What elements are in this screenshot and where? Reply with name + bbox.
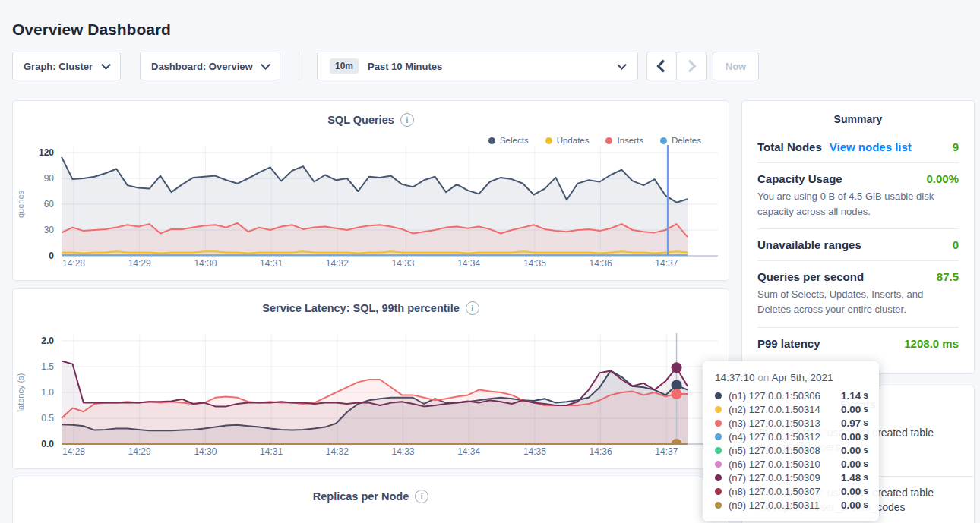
tooltip-node-unit: s [863,404,868,414]
tooltip-node-value: 0.00 [841,499,861,511]
summary-row-head: Total NodesView nodes list9 [757,140,959,153]
time-prev-button[interactable] [646,52,677,80]
svg-text:14:28: 14:28 [62,258,85,269]
summary-value: 1208.0 ms [904,337,959,350]
tooltip-node-unit: s [863,486,868,496]
chart-title-text: SQL Queries [327,114,394,126]
svg-text:14:32: 14:32 [326,446,349,457]
svg-text:14:30: 14:30 [194,258,217,269]
summary-label: Total Nodes [757,140,822,153]
summary-row-head: Queries per second87.5 [757,270,959,283]
summary-row-head: Capacity Usage0.00% [757,172,959,185]
svg-text:14:33: 14:33 [391,258,414,269]
svg-text:14:35: 14:35 [523,258,546,269]
view-nodes-list-link[interactable]: View nodes list [830,140,912,153]
summary-row: Capacity Usage0.00%You are using 0 B of … [757,162,959,228]
summary-panel: Summary Total NodesView nodes list9Capac… [741,100,975,374]
summary-label: Queries per second [757,270,864,283]
tooltip-node-label: (n8) 127.0.0.1:50307 [729,486,820,497]
svg-text:14:34: 14:34 [457,258,480,269]
svg-text:14:33: 14:33 [391,446,414,457]
summary-row: Unavailable ranges0 [757,228,959,260]
dashboard-dropdown[interactable]: Dashboard: Overview [140,52,280,80]
tooltip-node-unit: s [863,458,868,469]
node-color-dot-icon [715,433,722,440]
tooltip-node-value: 0.00 [841,431,861,443]
tooltip-node-label: (n9) 127.0.0.1:50311 [729,499,820,511]
svg-text:14:31: 14:31 [260,446,283,457]
tooltip-node-label: (n1) 127.0.0.1:50306 [729,390,820,402]
chart-hover-tooltip: 14:37:10 on Apr 5th, 2021 (n1) 127.0.0.1… [703,361,879,521]
tooltip-node-label: (n3) 127.0.0.1:50313 [729,417,820,429]
svg-text:14:36: 14:36 [590,258,612,269]
svg-text:14:37: 14:37 [655,258,678,269]
svg-text:queries: queries [16,190,25,218]
node-color-dot-icon [715,488,722,495]
node-color-dot-icon [715,461,722,468]
svg-text:1.5: 1.5 [41,361,54,372]
tooltip-date: Apr 5th, 2021 [771,372,833,383]
svg-text:1.0: 1.0 [41,387,54,398]
time-next-button[interactable] [676,52,707,80]
info-icon[interactable]: i [466,301,479,315]
time-range-label: Past 10 Minutes [368,61,442,72]
svg-text:0.0: 0.0 [41,439,54,449]
summary-label: Capacity Usage [757,172,842,185]
tooltip-node-value: 0.00 [841,486,861,497]
svg-text:60: 60 [44,199,55,210]
service-latency-panel: Service Latency: SQL, 99th percentile i … [12,288,729,469]
tooltip-node-unit: s [863,445,868,455]
svg-text:14:35: 14:35 [523,446,546,457]
sql-queries-chart[interactable]: 14:2814:2914:3014:3114:3214:3314:3414:35… [13,142,729,276]
overview-dashboard-page: Overview Dashboard Graph: Cluster Dashbo… [0,0,980,523]
tooltip-row: (n1) 127.0.0.1:503061.14s [715,389,868,402]
node-color-dot-icon [715,392,722,399]
tooltip-node-label: (n5) 127.0.0.1:50308 [729,445,820,456]
tooltip-on: on [757,372,769,383]
svg-text:90: 90 [44,173,55,184]
summary-value: 87.5 [937,270,959,283]
service-latency-chart[interactable]: 14:2814:2914:3014:3114:3214:3314:3414:35… [13,330,729,464]
summary-label: P99 latency [757,337,820,350]
tooltip-row: (n3) 127.0.0.1:503130.97s [715,416,868,430]
tooltip-node-unit: s [863,390,868,401]
graph-scope-label: Graph: Cluster [24,61,93,72]
tooltip-node-unit: s [863,417,868,428]
summary-value: 0 [953,238,959,251]
svg-text:14:32: 14:32 [326,258,349,269]
tooltip-timestamp: 14:37:10 on Apr 5th, 2021 [715,372,868,383]
summary-row-head: P99 latency1208.0 ms [757,337,959,350]
sql-queries-panel: SQL Queries i SelectsUpdatesInsertsDelet… [12,100,729,281]
tooltip-node-label: (n2) 127.0.0.1:50314 [729,404,820,415]
time-range-badge: 10m [330,58,359,74]
time-range-dropdown[interactable]: 10m Past 10 Minutes [317,52,638,80]
summary-caption: You are using 0 B of 4.5 GiB usable disk… [757,189,959,219]
graph-scope-dropdown[interactable]: Graph: Cluster [12,52,121,80]
sql-queries-title: SQL Queries i [13,113,729,127]
summary-row-head: Unavailable ranges0 [757,238,959,251]
node-color-dot-icon [715,420,722,427]
tooltip-node-unit: s [863,431,868,442]
node-color-dot-icon [715,406,722,413]
tooltip-node-value: 1.48 [841,472,861,484]
tooltip-node-label: (n4) 127.0.0.1:50312 [729,431,820,443]
svg-text:30: 30 [44,225,55,235]
replicas-per-node-panel: Replicas per Node i [12,477,729,523]
tooltip-row: (n7) 127.0.0.1:503091.48s [715,471,868,484]
svg-text:latency (s): latency (s) [16,373,25,412]
tooltip-row: (n2) 127.0.0.1:503140.00s [715,402,868,416]
now-button-label: Now [726,61,746,72]
tooltip-row: (n5) 127.0.0.1:503080.00s [715,443,868,457]
time-now-button[interactable]: Now [713,52,759,80]
chart-title-text: Replicas per Node [313,490,409,503]
tooltip-node-unit: s [863,472,868,483]
tooltip-row: (n9) 127.0.0.1:503110.00s [715,498,868,512]
info-icon[interactable]: i [400,113,414,127]
replicas-per-node-title: Replicas per Node i [13,490,729,503]
svg-text:14:36: 14:36 [590,446,612,457]
chevron-down-icon [261,60,270,70]
summary-value: 9 [953,140,959,153]
tooltip-node-value: 1.14 [841,390,861,402]
summary-value: 0.00% [926,172,959,185]
info-icon[interactable]: i [415,490,428,503]
